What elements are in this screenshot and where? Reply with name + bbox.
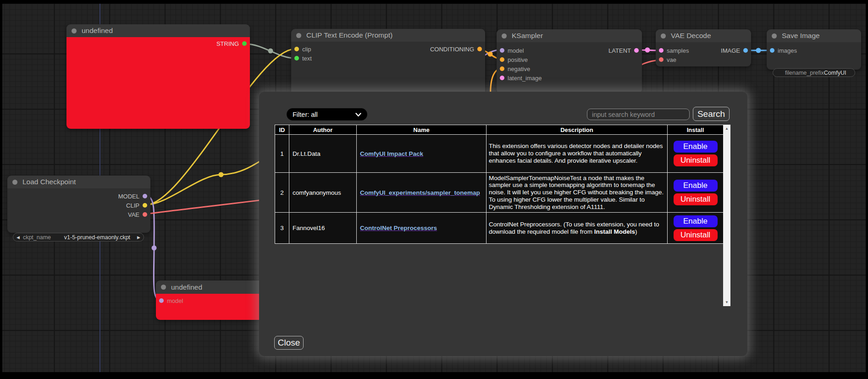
node-undefined-top[interactable]: undefined STRING [66,24,250,129]
cell-description: ControlNet Preprocessors. (To use this e… [487,213,668,244]
cell-author: comfyanonymous [289,173,357,213]
widget-value: v1-5-pruned-emaonly.ckpt [64,234,130,241]
cell-description: ModelSamplerTonemapNoiseTest a node that… [487,173,668,213]
collapse-toggle-icon[interactable] [661,33,666,38]
wire-conditioning-dot [488,52,493,57]
canvas-edge [0,0,868,4]
input-port-model[interactable] [500,48,504,53]
node-title: CLIP Text Encode (Prompt) [306,31,393,39]
node-ksampler[interactable]: KSampler LATENT model positive negative [497,29,642,93]
widget-name: filename_prefix [785,70,824,76]
node-load-checkpoint[interactable]: Load Checkpoint MODEL CLIP VAE ◀ ckpt_na [7,176,150,233]
enable-button[interactable]: Enable [674,215,718,227]
output-port-clip[interactable] [143,203,147,208]
canvas-edge [866,0,868,379]
output-label: IMAGE [721,47,740,54]
scroll-up-icon[interactable]: ▲ [725,125,729,132]
node-vae-decode[interactable]: VAE Decode IMAGE samples vae [656,29,751,66]
enable-button[interactable]: Enable [674,180,718,192]
input-label: positive [508,56,528,63]
output-label: CLIP [126,202,139,209]
output-port-string[interactable] [242,41,247,46]
node-title-bar: undefined [66,24,250,37]
wire-image-dot [756,48,761,53]
input-label: samples [667,47,689,54]
input-label: negative [508,66,530,72]
wire-model-dot [152,246,157,251]
step-left-icon[interactable]: ◀ [13,235,23,240]
collapse-toggle-icon[interactable] [502,33,507,38]
output-label: MODEL [118,193,139,200]
uninstall-button[interactable]: Uninstall [674,193,718,205]
input-label: clip [302,46,311,53]
output-port-vae[interactable] [143,212,147,217]
output-port-latent[interactable] [634,48,639,53]
extension-link[interactable]: ControlNet Preprocessors [360,225,437,231]
enable-button[interactable]: Enable [674,141,718,153]
input-port-text[interactable] [294,56,299,60]
input-port-latent-image[interactable] [500,76,504,80]
input-port-negative[interactable] [500,66,504,71]
table-row: 2 comfyanonymous ComfyUI_experiments/sam… [275,173,724,213]
extension-link[interactable]: ComfyUI Impact Pack [360,150,423,157]
input-port-model[interactable] [159,298,164,303]
cell-install: Enable Uninstall [668,135,724,173]
filter-select[interactable]: Filter: all [287,108,367,121]
header-install: Install [668,125,724,135]
table-header-row: ID Author Name Description Install [275,125,724,135]
filename-prefix-widget[interactable]: filename_prefix ComfyUI [773,68,855,77]
input-port-clip[interactable] [294,47,299,51]
extension-link[interactable]: ComfyUI_experiments/sampler_tonemap [360,189,480,196]
node-clip-text-encode[interactable]: CLIP Text Encode (Prompt) CONDITIONING c… [291,29,485,96]
input-port-samples[interactable] [659,48,663,53]
node-title: KSampler [512,32,543,40]
node-title: VAE Decode [671,32,711,40]
collapse-toggle-icon[interactable] [72,28,77,33]
collapse-toggle-icon[interactable] [161,285,166,290]
canvas-edge [0,372,868,379]
canvas-edge [0,0,2,379]
cell-id: 1 [275,135,289,173]
node-save-image[interactable]: Save Image images filename_prefix ComfyU… [767,29,861,70]
ckpt-name-widget[interactable]: ◀ ckpt_name v1-5-pruned-emaonly.ckpt ▶ [13,233,144,242]
extension-table: ID Author Name Description Install 1 Dr.… [275,125,724,244]
input-port-vae[interactable] [659,57,663,62]
step-right-icon[interactable]: ▶ [134,235,144,240]
search-input[interactable] [587,109,690,120]
input-port-positive[interactable] [500,57,504,62]
extension-manager-dialog: Filter: all Search ID Author Name Descri… [259,92,747,356]
search-button[interactable]: Search [693,107,730,121]
output-port-image[interactable] [743,48,748,53]
widget-name: ckpt_name [23,234,51,241]
output-port-model[interactable] [143,194,147,198]
chevron-down-icon [355,111,361,118]
cell-author: Fannovel16 [289,213,357,244]
cell-install: Enable Uninstall [668,213,724,244]
wire-clip-dot [219,172,224,177]
header-name: Name [357,125,487,135]
node-title-bar: VAE Decode [656,29,751,42]
cell-description: This extension offers various detector n… [487,135,668,173]
output-label: CONDITIONING [430,46,474,53]
uninstall-button[interactable]: Uninstall [674,154,718,166]
table-row: 1 Dr.Lt.Data ComfyUI Impact Pack This ex… [275,135,724,173]
input-label: model [167,297,183,304]
collapse-toggle-icon[interactable] [12,180,17,185]
uninstall-button[interactable]: Uninstall [674,229,718,241]
input-port-images[interactable] [770,48,774,53]
node-title: undefined [171,283,202,291]
cell-id: 2 [275,173,289,213]
wire-latent-dot [645,48,650,53]
collapse-toggle-icon[interactable] [772,33,777,38]
scroll-down-icon[interactable]: ▼ [725,298,729,306]
input-label: text [302,55,312,62]
input-label: latent_image [508,75,542,82]
wire-string-dot [268,49,273,54]
close-button[interactable]: Close [274,336,304,350]
output-label: VAE [128,211,139,218]
collapse-toggle-icon[interactable] [296,33,301,38]
table-scrollbar[interactable]: ▲ ▼ [723,125,730,306]
cell-install: Enable Uninstall [668,173,724,213]
extension-table-container: ID Author Name Description Install 1 Dr.… [275,125,730,306]
output-port-conditioning[interactable] [477,47,482,51]
